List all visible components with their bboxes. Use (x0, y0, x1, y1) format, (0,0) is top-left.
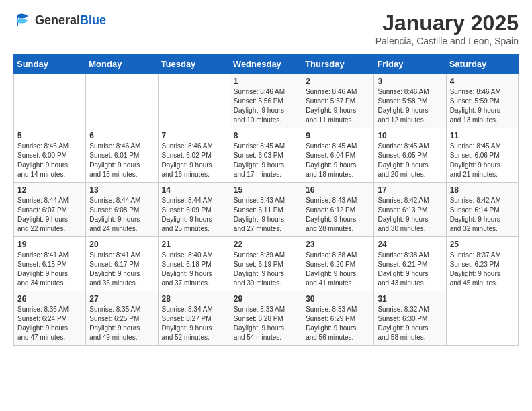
calendar-cell: 23Sunrise: 8:38 AMSunset: 6:20 PMDayligh… (302, 237, 374, 291)
day-info: Sunrise: 8:44 AMSunset: 6:09 PMDaylight:… (162, 196, 226, 234)
calendar-cell: 28Sunrise: 8:34 AMSunset: 6:27 PMDayligh… (158, 291, 230, 346)
calendar-cell: 7Sunrise: 8:46 AMSunset: 6:02 PMDaylight… (158, 128, 230, 183)
day-info: Sunrise: 8:34 AMSunset: 6:27 PMDaylight:… (162, 305, 226, 342)
calendar-cell: 21Sunrise: 8:40 AMSunset: 6:18 PMDayligh… (158, 237, 230, 291)
day-info: Sunrise: 8:46 AMSunset: 6:02 PMDaylight:… (162, 142, 226, 179)
calendar-cell: 8Sunrise: 8:45 AMSunset: 6:03 PMDaylight… (230, 128, 302, 183)
week-row-2: 5Sunrise: 8:46 AMSunset: 6:00 PMDaylight… (14, 128, 519, 183)
header-saturday: Saturday (446, 55, 518, 74)
day-number: 21 (162, 240, 226, 249)
day-number: 5 (17, 131, 82, 140)
day-number: 14 (162, 185, 226, 195)
calendar-cell (86, 74, 158, 128)
calendar-cell: 5Sunrise: 8:46 AMSunset: 6:00 PMDaylight… (14, 128, 86, 183)
week-row-1: 1Sunrise: 8:46 AMSunset: 5:56 PMDaylight… (14, 74, 519, 128)
title-block: January 2025 Palencia, Castille and Leon… (375, 11, 519, 46)
header-sunday: Sunday (14, 55, 86, 74)
day-info: Sunrise: 8:33 AMSunset: 6:29 PMDaylight:… (306, 305, 370, 342)
header-tuesday: Tuesday (158, 55, 230, 74)
calendar-cell: 31Sunrise: 8:32 AMSunset: 6:30 PMDayligh… (374, 291, 446, 346)
day-number: 8 (234, 131, 298, 140)
day-info: Sunrise: 8:46 AMSunset: 5:58 PMDaylight:… (378, 87, 442, 125)
day-info: Sunrise: 8:39 AMSunset: 6:19 PMDaylight:… (234, 250, 298, 288)
calendar-cell: 19Sunrise: 8:41 AMSunset: 6:15 PMDayligh… (14, 237, 86, 291)
day-number: 9 (306, 131, 370, 140)
calendar-cell: 16Sunrise: 8:43 AMSunset: 6:12 PMDayligh… (302, 183, 374, 237)
calendar-cell: 27Sunrise: 8:35 AMSunset: 6:25 PMDayligh… (86, 291, 158, 346)
day-info: Sunrise: 8:45 AMSunset: 6:04 PMDaylight:… (306, 142, 370, 179)
calendar-cell: 9Sunrise: 8:45 AMSunset: 6:04 PMDaylight… (302, 128, 374, 183)
day-number: 20 (89, 240, 154, 249)
day-number: 12 (17, 185, 82, 195)
calendar-cell (14, 74, 86, 128)
calendar-cell: 29Sunrise: 8:33 AMSunset: 6:28 PMDayligh… (230, 291, 302, 346)
header: GeneralBlue January 2025 Palencia, Casti… (13, 11, 519, 46)
calendar-cell: 2Sunrise: 8:46 AMSunset: 5:57 PMDaylight… (302, 74, 374, 128)
day-info: Sunrise: 8:46 AMSunset: 5:57 PMDaylight:… (306, 87, 370, 125)
day-info: Sunrise: 8:37 AMSunset: 6:23 PMDaylight:… (450, 250, 515, 288)
calendar-cell: 11Sunrise: 8:45 AMSunset: 6:06 PMDayligh… (446, 128, 518, 183)
day-number: 28 (162, 294, 226, 304)
day-info: Sunrise: 8:44 AMSunset: 6:08 PMDaylight:… (89, 196, 154, 234)
header-friday: Friday (374, 55, 446, 74)
day-number: 23 (306, 240, 370, 249)
day-info: Sunrise: 8:46 AMSunset: 6:00 PMDaylight:… (17, 142, 82, 179)
day-info: Sunrise: 8:36 AMSunset: 6:24 PMDaylight:… (17, 305, 82, 342)
day-info: Sunrise: 8:45 AMSunset: 6:03 PMDaylight:… (234, 142, 298, 179)
day-number: 13 (89, 185, 154, 195)
day-info: Sunrise: 8:38 AMSunset: 6:20 PMDaylight:… (306, 250, 370, 288)
day-info: Sunrise: 8:41 AMSunset: 6:15 PMDaylight:… (17, 250, 82, 288)
day-info: Sunrise: 8:42 AMSunset: 6:14 PMDaylight:… (450, 196, 515, 234)
calendar-cell: 14Sunrise: 8:44 AMSunset: 6:09 PMDayligh… (158, 183, 230, 237)
calendar-table: Sunday Monday Tuesday Wednesday Thursday… (13, 54, 519, 346)
day-number: 7 (162, 131, 226, 140)
header-monday: Monday (86, 55, 158, 74)
week-row-4: 19Sunrise: 8:41 AMSunset: 6:15 PMDayligh… (14, 237, 519, 291)
day-info: Sunrise: 8:35 AMSunset: 6:25 PMDaylight:… (89, 305, 154, 342)
logo-general: General (35, 13, 80, 27)
day-number: 4 (450, 77, 515, 86)
day-number: 24 (378, 240, 442, 249)
calendar-cell: 30Sunrise: 8:33 AMSunset: 6:29 PMDayligh… (302, 291, 374, 346)
weekday-header-row: Sunday Monday Tuesday Wednesday Thursday… (14, 55, 519, 74)
day-number: 3 (378, 77, 442, 86)
day-info: Sunrise: 8:41 AMSunset: 6:17 PMDaylight:… (89, 250, 154, 288)
calendar-cell: 26Sunrise: 8:36 AMSunset: 6:24 PMDayligh… (14, 291, 86, 346)
header-wednesday: Wednesday (230, 55, 302, 74)
day-number: 29 (234, 294, 298, 304)
week-row-5: 26Sunrise: 8:36 AMSunset: 6:24 PMDayligh… (14, 291, 519, 346)
logo-blue: Blue (80, 13, 106, 27)
calendar-cell: 13Sunrise: 8:44 AMSunset: 6:08 PMDayligh… (86, 183, 158, 237)
day-info: Sunrise: 8:46 AMSunset: 5:56 PMDaylight:… (234, 87, 298, 125)
logo: GeneralBlue (13, 11, 106, 30)
day-info: Sunrise: 8:45 AMSunset: 6:05 PMDaylight:… (378, 142, 442, 179)
calendar-cell (158, 74, 230, 128)
day-number: 31 (378, 294, 442, 304)
day-number: 26 (17, 294, 82, 304)
day-number: 10 (378, 131, 442, 140)
calendar-subtitle: Palencia, Castille and Leon, Spain (375, 36, 519, 46)
calendar-cell: 12Sunrise: 8:44 AMSunset: 6:07 PMDayligh… (14, 183, 86, 237)
calendar-cell: 18Sunrise: 8:42 AMSunset: 6:14 PMDayligh… (446, 183, 518, 237)
day-number: 30 (306, 294, 370, 304)
day-number: 27 (89, 294, 154, 304)
day-info: Sunrise: 8:33 AMSunset: 6:28 PMDaylight:… (234, 305, 298, 342)
week-row-3: 12Sunrise: 8:44 AMSunset: 6:07 PMDayligh… (14, 183, 519, 237)
day-info: Sunrise: 8:43 AMSunset: 6:12 PMDaylight:… (306, 196, 370, 234)
calendar-cell: 10Sunrise: 8:45 AMSunset: 6:05 PMDayligh… (374, 128, 446, 183)
day-number: 1 (234, 77, 298, 86)
calendar-cell: 22Sunrise: 8:39 AMSunset: 6:19 PMDayligh… (230, 237, 302, 291)
day-number: 25 (450, 240, 515, 249)
day-info: Sunrise: 8:46 AMSunset: 5:59 PMDaylight:… (450, 87, 515, 125)
calendar-cell: 4Sunrise: 8:46 AMSunset: 5:59 PMDaylight… (446, 74, 518, 128)
day-number: 18 (450, 185, 515, 195)
day-number: 15 (234, 185, 298, 195)
logo-icon (13, 11, 32, 30)
day-info: Sunrise: 8:44 AMSunset: 6:07 PMDaylight:… (17, 196, 82, 234)
calendar-cell: 20Sunrise: 8:41 AMSunset: 6:17 PMDayligh… (86, 237, 158, 291)
calendar-cell (446, 291, 518, 346)
day-info: Sunrise: 8:32 AMSunset: 6:30 PMDaylight:… (378, 305, 442, 342)
calendar-cell: 15Sunrise: 8:43 AMSunset: 6:11 PMDayligh… (230, 183, 302, 237)
calendar-cell: 3Sunrise: 8:46 AMSunset: 5:58 PMDaylight… (374, 74, 446, 128)
calendar-title: January 2025 (375, 11, 519, 36)
